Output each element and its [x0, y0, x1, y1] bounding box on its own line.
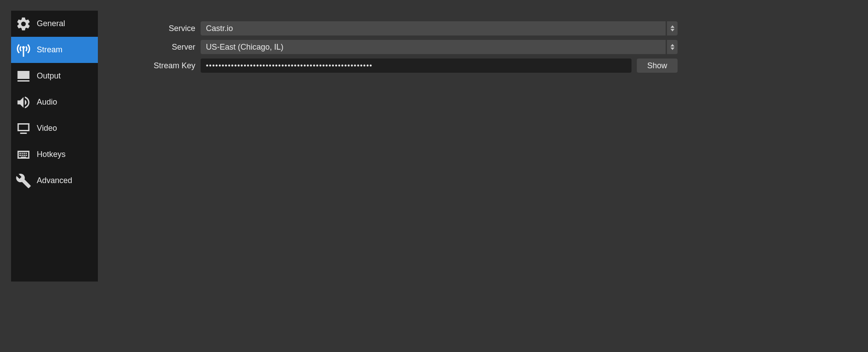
sidebar-item-general[interactable]: General	[11, 11, 98, 37]
tools-icon	[15, 172, 32, 190]
sidebar-item-advanced[interactable]: Advanced	[11, 168, 98, 194]
show-button[interactable]: Show	[637, 59, 678, 73]
sidebar-item-label: Hotkeys	[37, 150, 66, 159]
streamkey-row: Stream Key Show	[111, 59, 678, 73]
settings-window: General Stream Output Audio Video	[0, 0, 691, 282]
streamkey-label: Stream Key	[111, 61, 195, 70]
stepper-icon[interactable]	[667, 21, 678, 35]
sidebar-item-label: Stream	[37, 45, 62, 55]
sidebar-item-audio[interactable]: Audio	[11, 89, 98, 115]
monitor-icon	[15, 120, 32, 137]
stepper-icon[interactable]	[667, 40, 678, 54]
sidebar-item-label: Audio	[37, 98, 57, 107]
sidebar-item-label: General	[37, 19, 65, 28]
service-label: Service	[111, 24, 195, 33]
sidebar-item-label: Advanced	[37, 176, 72, 185]
server-select[interactable]: US-East (Chicago, IL)	[201, 40, 678, 54]
gear-icon	[15, 15, 32, 33]
server-row: Server US-East (Chicago, IL)	[111, 40, 678, 54]
server-label: Server	[111, 43, 195, 52]
sidebar-item-hotkeys[interactable]: Hotkeys	[11, 141, 98, 168]
stream-settings-panel: Service Castr.io Server US-East (Chicago…	[98, 0, 691, 282]
settings-sidebar: General Stream Output Audio Video	[11, 11, 98, 282]
streamkey-input[interactable]	[201, 59, 632, 73]
keyboard-icon	[15, 146, 32, 164]
speaker-icon	[15, 94, 32, 111]
sidebar-item-stream[interactable]: Stream	[11, 37, 98, 63]
sidebar-item-video[interactable]: Video	[11, 115, 98, 141]
output-monitor-icon	[15, 67, 32, 85]
sidebar-item-output[interactable]: Output	[11, 63, 98, 89]
antenna-icon	[15, 41, 32, 59]
service-row: Service Castr.io	[111, 21, 678, 35]
server-value: US-East (Chicago, IL)	[201, 40, 666, 54]
service-value: Castr.io	[201, 21, 666, 35]
service-select[interactable]: Castr.io	[201, 21, 678, 35]
sidebar-item-label: Video	[37, 124, 57, 133]
sidebar-item-label: Output	[37, 71, 61, 81]
